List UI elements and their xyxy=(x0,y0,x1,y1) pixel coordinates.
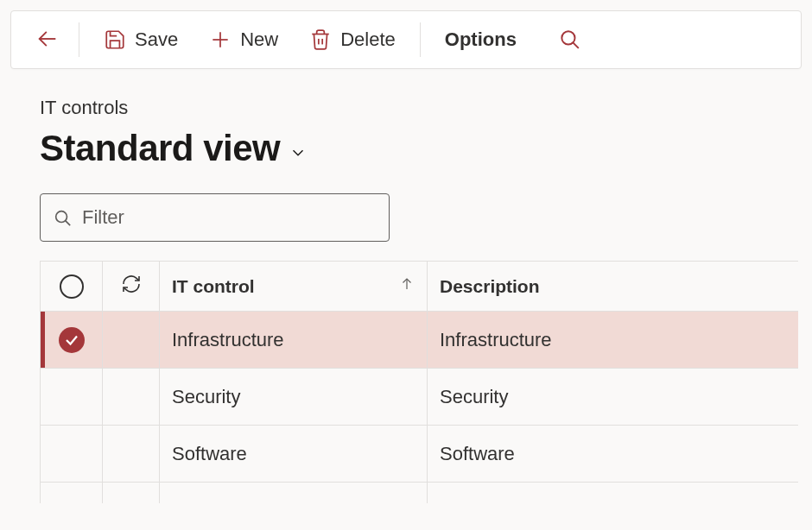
column-header-it-control[interactable]: IT control xyxy=(160,262,428,311)
column-header-label: Description xyxy=(440,276,540,297)
table-row[interactable]: Software Software xyxy=(41,426,798,483)
data-grid: IT control Description Infrastructure In… xyxy=(40,261,798,503)
toolbar: Save New Delete Options xyxy=(10,10,802,69)
grid-footer-spacer xyxy=(41,483,798,503)
save-icon xyxy=(104,28,126,51)
cell-value: Infrastructure xyxy=(172,329,284,351)
filter-field[interactable] xyxy=(40,193,390,242)
cell-description[interactable]: Infrastructure xyxy=(428,312,798,368)
cell-value: Infrastructure xyxy=(440,329,552,351)
arrow-left-icon xyxy=(35,27,60,54)
row-select-cell[interactable] xyxy=(41,312,103,368)
svg-line-6 xyxy=(66,221,71,225)
delete-button-label: Delete xyxy=(340,28,396,51)
column-header-description[interactable]: Description xyxy=(428,262,798,311)
svg-point-5 xyxy=(56,211,67,223)
svg-line-4 xyxy=(573,42,579,48)
svg-point-3 xyxy=(561,31,574,44)
breadcrumb: IT controls xyxy=(40,97,798,119)
table-row[interactable]: Infrastructure Infrastructure xyxy=(41,312,798,369)
search-icon xyxy=(53,208,72,227)
row-status-cell xyxy=(103,312,160,368)
checkmark-circle-icon xyxy=(59,327,85,353)
page-title: Standard view xyxy=(40,128,280,169)
options-button[interactable]: Options xyxy=(433,22,529,58)
new-button-label: New xyxy=(240,28,278,51)
sort-asc-icon xyxy=(399,274,415,298)
cell-it-control[interactable]: Software xyxy=(160,426,428,482)
chevron-down-icon xyxy=(289,143,308,162)
refresh-icon xyxy=(121,274,142,299)
row-status-cell xyxy=(103,426,160,482)
filter-input[interactable] xyxy=(82,206,377,229)
plus-icon xyxy=(209,28,232,51)
delete-button[interactable]: Delete xyxy=(297,22,408,58)
grid-header-row: IT control Description xyxy=(41,262,798,312)
row-select-cell[interactable] xyxy=(41,426,103,482)
search-button[interactable] xyxy=(551,21,587,60)
cell-value: Software xyxy=(172,443,247,465)
spacer-cell xyxy=(41,483,103,503)
spacer-cell xyxy=(160,483,428,503)
new-button[interactable]: New xyxy=(197,22,290,58)
spacer-cell xyxy=(103,483,160,503)
cell-value: Security xyxy=(172,386,240,408)
table-row[interactable]: Security Security xyxy=(41,369,798,426)
cell-value: Software xyxy=(440,443,515,465)
cell-description[interactable]: Security xyxy=(428,369,798,425)
toolbar-separator xyxy=(79,22,79,57)
spacer-cell xyxy=(428,483,798,503)
search-icon xyxy=(558,28,580,53)
page-body: IT controls Standard view IT control xyxy=(0,79,812,503)
back-button[interactable] xyxy=(29,20,67,60)
trash-icon xyxy=(309,28,332,51)
save-button-label: Save xyxy=(135,28,178,51)
row-select-cell[interactable] xyxy=(41,369,103,425)
save-button[interactable]: Save xyxy=(92,22,190,58)
select-all-cell[interactable] xyxy=(41,262,103,311)
column-header-label: IT control xyxy=(172,276,255,297)
row-status-cell xyxy=(103,369,160,425)
view-switcher[interactable] xyxy=(289,143,308,162)
refresh-column-header[interactable] xyxy=(103,262,160,311)
cell-description[interactable]: Software xyxy=(428,426,798,482)
view-title-row: Standard view xyxy=(40,128,798,169)
options-button-label: Options xyxy=(445,28,517,51)
toolbar-separator xyxy=(420,22,421,57)
circle-icon xyxy=(60,274,84,299)
cell-it-control[interactable]: Security xyxy=(160,369,428,425)
cell-value: Security xyxy=(440,386,508,408)
cell-it-control[interactable]: Infrastructure xyxy=(160,312,428,368)
